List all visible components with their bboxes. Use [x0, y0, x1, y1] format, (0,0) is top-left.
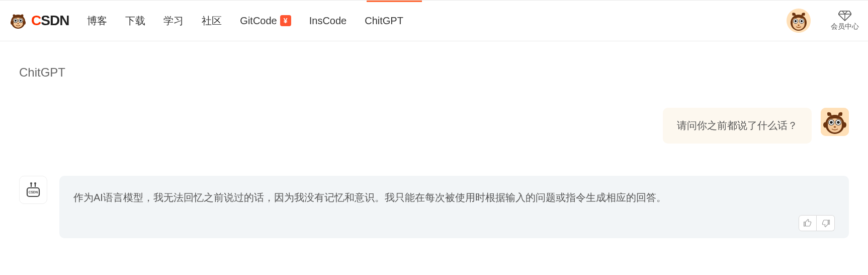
user-chat-avatar[interactable]: [821, 108, 849, 136]
yuan-badge-icon: ¥: [280, 15, 291, 26]
svg-point-29: [837, 121, 840, 124]
user-message-text: 请问你之前都说了什么话？: [677, 120, 798, 131]
user-message-bubble: 请问你之前都说了什么话？: [663, 108, 812, 144]
bot-avatar[interactable]: CSDN: [19, 176, 47, 204]
monkey-avatar-icon: [821, 108, 849, 136]
nav-item-inscode[interactable]: InsCode: [309, 15, 347, 27]
page-title: ChitGPT: [19, 65, 849, 80]
svg-point-31: [823, 122, 827, 128]
robot-icon: CSDN: [23, 180, 43, 200]
svg-point-9: [11, 21, 14, 25]
vip-label: 会员中心: [831, 22, 859, 31]
bot-message-row: CSDN 作为AI语言模型，我无法回忆之前说过的话，因为我没有记忆和意识。我只能…: [19, 176, 849, 238]
thumbs-down-button[interactable]: [817, 215, 835, 231]
user-avatar[interactable]: [787, 9, 811, 33]
bot-message-bubble: 作为AI语言模型，我无法回忆之前说过的话，因为我没有记忆和意识。我只能在每次被使…: [59, 176, 849, 238]
thumbs-up-icon: [803, 219, 812, 228]
svg-point-6: [15, 20, 17, 22]
feedback-row: [73, 215, 835, 231]
nav-item-learn[interactable]: 学习: [163, 14, 184, 28]
page-title-area: ChitGPT: [0, 41, 868, 80]
svg-text:CSDN: CSDN: [29, 190, 38, 194]
chat-area: 请问你之前都说了什么话？: [0, 80, 868, 238]
nav-item-gitcode[interactable]: GitCode ¥: [240, 15, 291, 27]
svg-point-19: [801, 20, 803, 22]
main-header: CSDN 博客 下载 学习 社区 GitCode ¥ InsCode ChitG…: [0, 0, 868, 41]
nav-item-download[interactable]: 下载: [125, 14, 145, 28]
csdn-monkey-logo-icon: [9, 12, 27, 30]
vip-center-button[interactable]: 会员中心: [831, 10, 859, 31]
svg-point-32: [842, 122, 846, 128]
bot-message-text: 作为AI语言模型，我无法回忆之前说过的话，因为我没有记忆和意识。我只能在每次被使…: [73, 188, 835, 207]
svg-point-18: [795, 20, 797, 22]
svg-point-28: [830, 121, 833, 124]
nav-item-chitgpt[interactable]: ChitGPT: [365, 15, 403, 27]
svg-point-10: [23, 21, 26, 25]
csdn-wordmark: CSDN: [31, 13, 69, 29]
svg-point-36: [30, 182, 32, 184]
monkey-avatar-icon: [787, 9, 811, 33]
nav-item-blog[interactable]: 博客: [87, 14, 107, 28]
nav-item-community[interactable]: 社区: [202, 14, 222, 28]
svg-point-20: [798, 25, 800, 26]
logo-area[interactable]: CSDN: [9, 12, 69, 30]
main-nav: 博客 下载 学习 社区 GitCode ¥ InsCode ChitGPT: [87, 14, 403, 28]
svg-point-8: [18, 23, 19, 24]
svg-point-7: [20, 20, 22, 22]
svg-point-30: [834, 126, 836, 128]
diamond-icon: [838, 10, 851, 21]
thumbs-up-button[interactable]: [799, 215, 817, 231]
thumbs-down-icon: [821, 219, 830, 228]
header-right: 会员中心: [787, 9, 859, 33]
svg-point-37: [34, 182, 36, 184]
user-message-row: 请问你之前都说了什么话？: [19, 108, 849, 144]
